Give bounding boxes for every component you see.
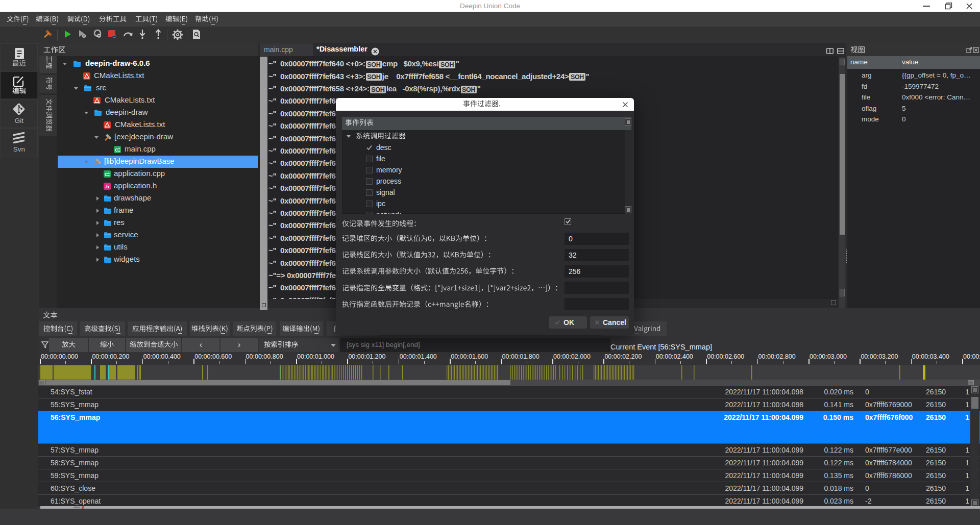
svg-text:.h: .h xyxy=(105,184,109,189)
svg-text:+: + xyxy=(108,173,110,177)
svg-text:+: + xyxy=(118,149,120,153)
